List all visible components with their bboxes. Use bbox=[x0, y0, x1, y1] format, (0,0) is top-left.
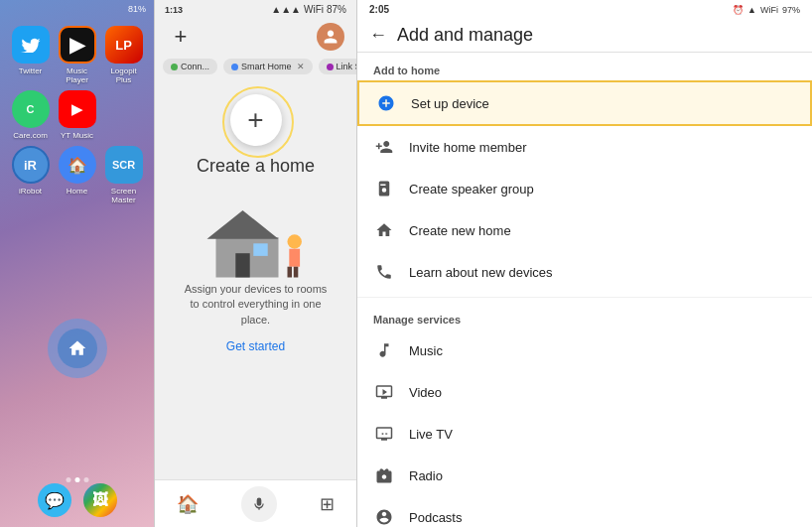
new-home-icon bbox=[373, 219, 395, 241]
app-grid: Twitter ▶ Music Player LP Logopit Plus C… bbox=[0, 18, 154, 212]
menu-item-music[interactable]: Music bbox=[357, 329, 812, 371]
home-nav-icon[interactable]: 🏠 bbox=[177, 493, 199, 515]
logopit-icon: LP bbox=[105, 26, 143, 64]
mic-button[interactable] bbox=[241, 486, 277, 522]
radio-label: Radio bbox=[409, 468, 443, 483]
radio-icon bbox=[373, 464, 395, 486]
menu-item-video[interactable]: Video bbox=[357, 371, 812, 413]
menu-item-invite-member[interactable]: Invite home member bbox=[357, 126, 812, 168]
status-bar-3: 2:05 ⏰ ▲ WiFi 97% bbox=[357, 0, 812, 19]
dot-3 bbox=[83, 477, 88, 482]
wifi-icon-3: WiFi bbox=[760, 5, 778, 15]
setup-device-icon bbox=[375, 92, 397, 114]
house-illustration bbox=[197, 193, 316, 282]
app-screenmaster[interactable]: SCR Screen Master bbox=[103, 146, 144, 204]
dot-2 bbox=[74, 477, 79, 482]
podcasts-icon bbox=[373, 506, 395, 527]
menu-item-new-home[interactable]: Create new home bbox=[357, 209, 812, 251]
section-header-manage-services: Manage services bbox=[357, 302, 812, 329]
menu-item-livetv[interactable]: Live TV bbox=[357, 413, 812, 455]
photos-icon: 🖼 bbox=[83, 483, 117, 517]
time-2: 1:13 bbox=[165, 5, 183, 15]
home-label: Home bbox=[67, 187, 87, 196]
irobot-icon: iR bbox=[12, 146, 50, 184]
bottom-nav-2: 🏠 ⊞ bbox=[155, 479, 356, 527]
tab-dot-link bbox=[327, 64, 334, 70]
add-manage-screen: 2:05 ⏰ ▲ WiFi 97% ← Add and manage Add t… bbox=[357, 0, 812, 527]
status-bar-1: 81% bbox=[0, 0, 154, 18]
ytmusic-label: YT Music bbox=[61, 131, 93, 140]
svg-rect-6 bbox=[287, 267, 292, 278]
battery-icon-2: 87% bbox=[327, 4, 346, 15]
status-icons-3: ⏰ ▲ WiFi 97% bbox=[733, 5, 800, 15]
plus-circle-btn[interactable]: + bbox=[230, 94, 282, 146]
menu-item-new-devices[interactable]: Learn about new devices bbox=[357, 251, 812, 293]
dot-1 bbox=[66, 477, 70, 482]
create-home-title: Create a home bbox=[197, 156, 315, 177]
speaker-group-icon bbox=[373, 178, 395, 199]
podcasts-label: Podcasts bbox=[409, 510, 462, 525]
wifi-icon: WiFi bbox=[304, 4, 324, 15]
user-avatar[interactable] bbox=[317, 23, 344, 51]
tab-smart-label: Smart Home bbox=[241, 62, 292, 71]
home-app-icon: 🏠 bbox=[59, 146, 96, 184]
music-label: Music bbox=[409, 343, 443, 358]
app-logopit[interactable]: LP Logopit Plus bbox=[103, 26, 144, 84]
tab-link-label: Link Spot... bbox=[337, 62, 356, 71]
app-care[interactable]: C Care.com bbox=[10, 90, 51, 140]
svg-rect-7 bbox=[293, 267, 298, 278]
dock-app-messages[interactable]: 💬 bbox=[38, 483, 71, 517]
top-bar-2: + bbox=[155, 19, 356, 55]
invite-member-label: Invite home member bbox=[409, 140, 527, 155]
create-home-screen: 1:13 ▲▲▲ WiFi 87% + Conn... Smart Home ✕… bbox=[154, 0, 357, 527]
grid-nav-icon[interactable]: ⊞ bbox=[320, 493, 335, 515]
livetv-icon bbox=[373, 423, 395, 445]
app-twitter[interactable]: Twitter bbox=[10, 26, 51, 84]
logopit-label: Logopit Plus bbox=[103, 66, 144, 84]
setup-device-label: Set up device bbox=[411, 96, 489, 111]
tab-dot-smart bbox=[231, 64, 238, 70]
tab-close-icon[interactable]: ✕ bbox=[297, 62, 305, 71]
add-button[interactable]: + bbox=[167, 23, 195, 51]
svg-rect-2 bbox=[235, 253, 249, 277]
panel3-title: Add and manage bbox=[397, 25, 533, 46]
signal-icon: ▲▲▲ bbox=[271, 4, 301, 15]
tab-smart-home[interactable]: Smart Home ✕ bbox=[223, 59, 313, 74]
battery-icon-3: 97% bbox=[782, 5, 800, 15]
assign-text: Assign your devices to rooms to control … bbox=[171, 282, 340, 328]
tab-link-spot[interactable]: Link Spot... bbox=[319, 59, 356, 74]
create-home-content: + Create a home Assign your devices to r… bbox=[155, 78, 356, 371]
ytmusic-icon: ▶ bbox=[59, 90, 96, 128]
get-started-button[interactable]: Get started bbox=[226, 339, 285, 353]
signal-icon-3: ▲ bbox=[747, 5, 756, 15]
app-music-player[interactable]: ▶ Music Player bbox=[57, 26, 97, 84]
app-home[interactable]: 🏠 Home bbox=[57, 146, 97, 204]
alarm-icon: ⏰ bbox=[733, 5, 744, 15]
livetv-label: Live TV bbox=[409, 427, 453, 442]
menu-item-speaker-group[interactable]: Create speaker group bbox=[357, 168, 812, 209]
home-circle-indicator bbox=[48, 319, 107, 378]
dock-app-photos[interactable]: 🖼 bbox=[83, 483, 117, 517]
app-irobot[interactable]: iR iRobot bbox=[10, 146, 51, 204]
tabs-row: Conn... Smart Home ✕ Link Spot... bbox=[155, 55, 356, 78]
care-icon: C bbox=[12, 90, 50, 128]
menu-item-setup-device[interactable]: Set up device bbox=[357, 80, 812, 126]
top-bar-3: ← Add and manage bbox=[357, 19, 812, 53]
back-button[interactable]: ← bbox=[369, 25, 387, 46]
music-icon bbox=[373, 339, 395, 361]
svg-rect-3 bbox=[253, 243, 267, 256]
status-bar-2: 1:13 ▲▲▲ WiFi 87% bbox=[155, 0, 356, 19]
tab-connected[interactable]: Conn... bbox=[163, 59, 217, 74]
new-devices-label: Learn about new devices bbox=[409, 265, 553, 280]
home-circle-inner bbox=[58, 329, 97, 368]
new-home-label: Create new home bbox=[409, 223, 511, 238]
care-label: Care.com bbox=[13, 131, 48, 140]
section-divider bbox=[357, 297, 812, 298]
twitter-icon bbox=[12, 26, 50, 64]
menu-item-radio[interactable]: Radio bbox=[357, 455, 812, 496]
svg-rect-5 bbox=[289, 249, 300, 267]
menu-item-podcasts[interactable]: Podcasts bbox=[357, 496, 812, 527]
video-icon bbox=[373, 381, 395, 403]
app-ytmusic[interactable]: ▶ YT Music bbox=[57, 90, 97, 140]
battery-status: 81% bbox=[128, 4, 146, 14]
